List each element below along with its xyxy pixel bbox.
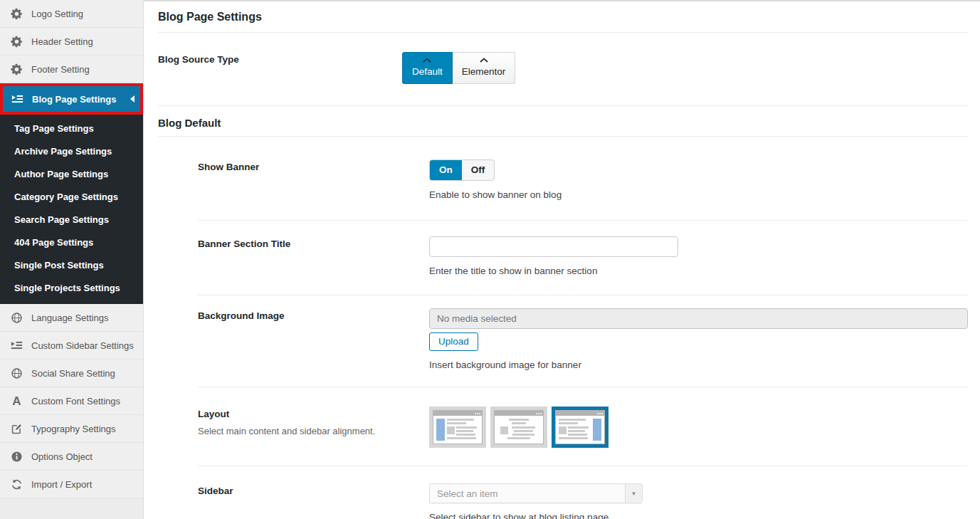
- sidebar-item-typography-settings[interactable]: Typography Settings: [0, 415, 143, 443]
- layout-row: Layout Select main content and sidebar a…: [198, 387, 968, 466]
- layout-option-full-width[interactable]: [490, 407, 547, 448]
- layout-option-right-sidebar[interactable]: [552, 407, 608, 448]
- sidebar-item-header-setting[interactable]: Header Setting: [0, 28, 143, 56]
- settings-content: Blog Page Settings Blog Source Type Defa…: [144, 0, 980, 519]
- submenu-item-author-page[interactable]: Author Page Settings: [0, 163, 143, 186]
- sidebar-item-label: Header Setting: [31, 36, 93, 47]
- sidebar-item-custom-font-settings[interactable]: A Custom Font Settings: [0, 387, 143, 415]
- sidebar-select-dropdown[interactable]: Select an item ▼: [429, 483, 643, 503]
- thumb-body: [556, 416, 604, 444]
- source-type-default-button[interactable]: Default: [402, 52, 453, 84]
- toggle-on-button[interactable]: On: [430, 160, 462, 180]
- sidebar-item-label: Social Share Setting: [31, 368, 115, 379]
- banner-title-input[interactable]: [429, 236, 678, 257]
- sidebar-item-blog-page-settings[interactable]: Blog Page Settings: [0, 83, 143, 115]
- thumb-content-lines: [559, 419, 591, 441]
- thumb-sidebar-bar: [436, 419, 445, 441]
- show-banner-toggle: On Off: [429, 159, 495, 181]
- source-type-button-set: Default Elementor: [402, 52, 968, 84]
- field-label: Sidebar: [198, 483, 429, 519]
- sidebar-item-label: Typography Settings: [31, 424, 116, 434]
- blog-source-type-control: Default Elementor: [402, 52, 968, 84]
- field-label: Background Image: [198, 308, 429, 370]
- background-image-control: Upload Insert background image for banne…: [429, 308, 968, 370]
- letter-a-icon: A: [11, 395, 23, 407]
- field-label: Layout Select main content and sidebar a…: [198, 407, 429, 448]
- source-type-elementor-button[interactable]: Elementor: [453, 52, 516, 84]
- sidebar-item-label: Custom Font Settings: [31, 396, 120, 407]
- layout-option-left-sidebar[interactable]: [429, 407, 486, 448]
- show-banner-control: On Off Enable to show banner on blog: [429, 159, 968, 200]
- layout-options: [429, 407, 968, 448]
- submenu-item-category-page[interactable]: Category Page Settings: [0, 186, 143, 209]
- active-item-arrow-icon: [130, 95, 135, 103]
- thumb-titlebar: [556, 411, 604, 416]
- layout-thumb-window: [555, 410, 605, 444]
- gear-icon: [11, 36, 23, 48]
- field-description: Enter the title to show in banner sectio…: [429, 266, 968, 276]
- layout-control: [429, 407, 968, 448]
- sidebar-item-label: Language Settings: [31, 313, 108, 323]
- sidebar-item-label: Options Object: [31, 451, 93, 462]
- field-label: Banner Section Title: [198, 236, 429, 276]
- field-description: Insert background image for banner: [429, 360, 968, 370]
- blog-settings-submenu: Tag Page Settings Archive Page Settings …: [0, 115, 143, 304]
- toggle-off-button[interactable]: Off: [462, 160, 495, 180]
- upload-button[interactable]: Upload: [429, 332, 478, 351]
- thumb-sidebar-bar: [593, 419, 601, 441]
- thumb-body: [433, 416, 482, 444]
- menu-list-icon: [11, 340, 23, 352]
- sidebar-item-language-settings[interactable]: Language Settings: [0, 304, 143, 332]
- banner-section-title-row: Banner Section Title Enter the title to …: [198, 221, 968, 295]
- menu-list-icon: [11, 93, 23, 105]
- sidebar-item-logo-setting[interactable]: Logo Setting: [0, 0, 143, 28]
- sidebar-select-row: Sidebar Select an item ▼ Select sidebar …: [198, 466, 968, 519]
- thumb-content-lines: [500, 419, 537, 441]
- show-banner-row: Show Banner On Off Enable to show banner…: [198, 137, 968, 221]
- sidebar-select-control: Select an item ▼ Select sidebar to show …: [429, 483, 968, 519]
- refresh-icon: [11, 478, 23, 491]
- thumb-content-lines: [447, 419, 479, 441]
- layout-description: Select main content and sidebar alignmen…: [198, 426, 404, 436]
- background-image-row: Background Image Upload Insert backgroun…: [198, 295, 968, 387]
- layout-label: Layout: [198, 409, 429, 419]
- settings-sidebar: Logo Setting Header Setting Footer Setti…: [0, 0, 144, 519]
- blog-source-type-row: Blog Source Type Default Elementor: [158, 33, 968, 106]
- page-title: Blog Page Settings: [158, 1, 968, 33]
- gear-icon: [11, 8, 23, 20]
- submenu-item-tag-page[interactable]: Tag Page Settings: [0, 117, 143, 140]
- sidebar-item-label: Blog Page Settings: [32, 94, 116, 105]
- button-label: Elementor: [462, 66, 506, 77]
- globe-icon: [11, 312, 23, 324]
- sidebar-item-label: Footer Setting: [31, 64, 90, 75]
- media-url-input[interactable]: [429, 308, 968, 329]
- select-placeholder: Select an item: [430, 488, 625, 499]
- sidebar-item-custom-sidebar-settings[interactable]: Custom Sidebar Settings: [0, 332, 143, 360]
- globe-icon: [11, 367, 23, 379]
- section-title: Blog Default: [158, 106, 968, 137]
- submenu-item-404-page[interactable]: 404 Page Settings: [0, 231, 143, 254]
- chevron-up-icon: [423, 58, 431, 63]
- dropdown-arrow-icon[interactable]: ▼: [625, 484, 642, 503]
- edit-icon: [11, 423, 23, 435]
- theme-options-panel: Logo Setting Header Setting Footer Setti…: [0, 0, 980, 519]
- gear-icon: [11, 63, 23, 75]
- sidebar-item-label: Import / Export: [31, 479, 92, 490]
- field-description: Select sidebar to show at blog listing p…: [429, 512, 968, 519]
- layout-thumb-window: [494, 410, 544, 444]
- banner-title-control: Enter the title to show in banner sectio…: [429, 236, 968, 276]
- info-icon: [11, 451, 23, 463]
- submenu-item-single-projects[interactable]: Single Projects Settings: [0, 277, 143, 300]
- sidebar-item-footer-setting[interactable]: Footer Setting: [0, 56, 143, 83]
- sidebar-item-import-export[interactable]: Import / Export: [0, 471, 143, 498]
- submenu-item-search-page[interactable]: Search Page Settings: [0, 209, 143, 231]
- button-label: Default: [412, 66, 443, 77]
- submenu-item-single-post[interactable]: Single Post Settings: [0, 254, 143, 277]
- layout-thumb-window: [433, 410, 483, 444]
- sidebar-item-options-object[interactable]: Options Object: [0, 443, 143, 471]
- sidebar-empty-area: [0, 498, 143, 519]
- submenu-item-archive-page[interactable]: Archive Page Settings: [0, 140, 143, 163]
- chevron-up-icon: [480, 58, 488, 63]
- sidebar-item-social-share-setting[interactable]: Social Share Setting: [0, 360, 143, 387]
- thumb-body: [495, 416, 543, 444]
